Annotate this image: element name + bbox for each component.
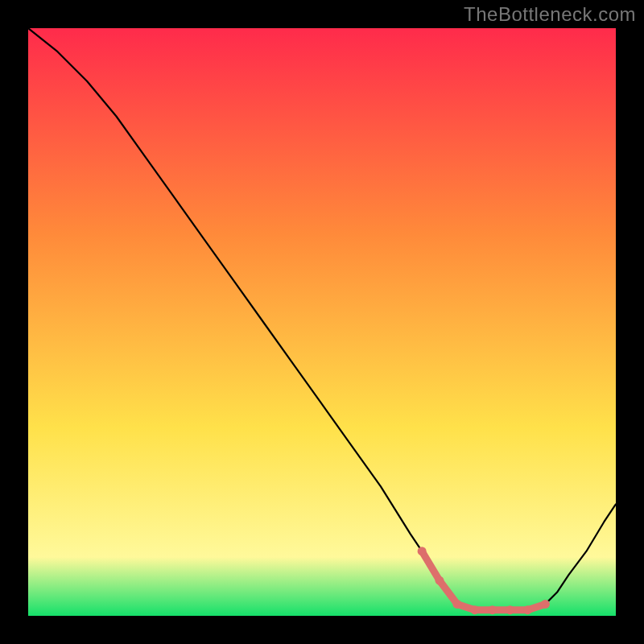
chart-stage: TheBottleneck.com bbox=[0, 0, 644, 644]
trough-point bbox=[523, 605, 532, 614]
trough-point bbox=[488, 605, 497, 614]
trough-point bbox=[541, 600, 550, 609]
trough-point bbox=[418, 547, 427, 555]
trough-point bbox=[436, 576, 444, 585]
trough-point bbox=[470, 605, 479, 614]
chart-svg bbox=[28, 28, 616, 616]
trough-point bbox=[506, 605, 514, 614]
trough-point bbox=[452, 600, 461, 609]
watermark-text: TheBottleneck.com bbox=[464, 3, 636, 26]
plot-area bbox=[28, 28, 616, 616]
